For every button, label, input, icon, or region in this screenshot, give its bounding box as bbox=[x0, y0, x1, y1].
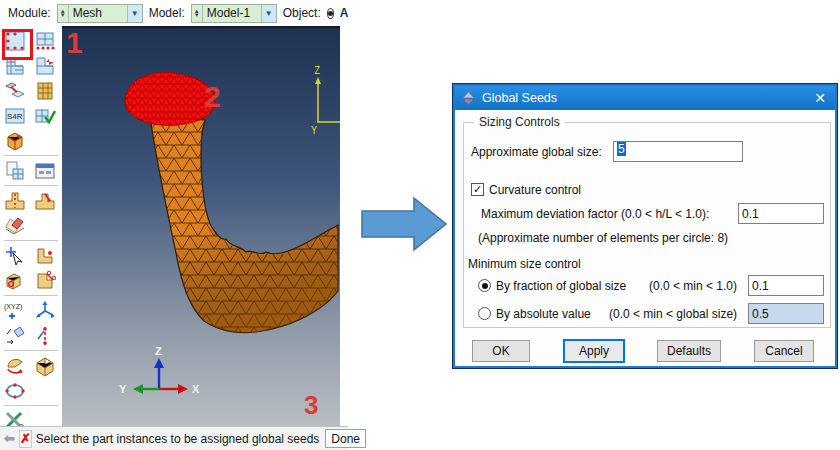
curvature-label: Curvature control bbox=[489, 183, 581, 197]
origin-z-label: Z bbox=[155, 345, 162, 357]
partition-face-icon[interactable] bbox=[2, 354, 28, 378]
approx-size-label: Approximate global size: bbox=[471, 145, 602, 159]
done-button[interactable]: Done bbox=[325, 429, 366, 448]
datum-axis-icon[interactable] bbox=[32, 324, 58, 348]
spinner-icon[interactable]: ▲▼ bbox=[192, 5, 203, 22]
approx-size-input[interactable]: 5 bbox=[613, 141, 743, 162]
module-bar: Module: ▲▼ Mesh ▼ Model: ▲▼ Model-1 ▼ Ob… bbox=[0, 0, 348, 26]
close-icon[interactable]: ✕ bbox=[811, 90, 829, 106]
deviation-label: Maximum deviation factor (0.0 < h/L < 1.… bbox=[481, 207, 709, 221]
mesh-toolbar: S4R (XYZ) bbox=[0, 26, 62, 426]
object-assembly-radio[interactable] bbox=[327, 8, 334, 19]
object-value: As bbox=[340, 6, 348, 20]
model-select-value: Model-1 bbox=[203, 6, 261, 20]
absolute-input bbox=[748, 303, 824, 324]
mesh-part-icon[interactable] bbox=[2, 79, 28, 103]
triad-y-label: Y bbox=[311, 125, 317, 136]
approx-size-value: 5 bbox=[617, 142, 626, 156]
verify-mesh-icon[interactable] bbox=[32, 104, 58, 128]
prompt-cancel-icon[interactable]: ✗ bbox=[19, 430, 32, 448]
curvature-checkbox[interactable]: ✓ bbox=[471, 183, 484, 196]
delete-region-mesh-icon[interactable] bbox=[32, 54, 58, 78]
associate-mesh-icon[interactable] bbox=[32, 189, 58, 213]
mesh-cube-icon[interactable] bbox=[2, 129, 28, 153]
select-tool-icon[interactable] bbox=[2, 244, 28, 268]
fraction-range: (0.0 < min < 1.0) bbox=[649, 279, 737, 293]
annotation-step-3: 3 bbox=[304, 390, 318, 421]
xyz-glyph: (XYZ) bbox=[4, 303, 22, 311]
fraction-radio[interactable] bbox=[478, 279, 491, 292]
prompt-bar: ⬅ ✗ Select the part instances to be assi… bbox=[0, 426, 348, 450]
trim-scissors-icon[interactable] bbox=[32, 269, 58, 293]
group-title: Sizing Controls bbox=[474, 115, 565, 129]
origin-x-label: X bbox=[192, 383, 200, 395]
chevron-down-icon[interactable]: ▼ bbox=[261, 5, 276, 22]
prompt-message: Select the part instances to be assigned… bbox=[36, 432, 320, 446]
datum-csys-icon[interactable] bbox=[32, 299, 58, 323]
origin-y-label: Y bbox=[119, 383, 127, 395]
spinner-icon[interactable]: ▲▼ bbox=[58, 5, 69, 22]
mesh-region-icon[interactable] bbox=[2, 54, 28, 78]
dialog-titlebar[interactable]: Global Seeds ✕ bbox=[455, 86, 835, 110]
partition-circle-icon[interactable] bbox=[2, 379, 28, 403]
ok-button[interactable]: OK bbox=[472, 340, 530, 362]
model-select[interactable]: ▲▼ Model-1 ▼ bbox=[191, 4, 277, 23]
mesh-edit-window-icon[interactable] bbox=[32, 159, 58, 183]
module-select-value: Mesh bbox=[69, 6, 127, 20]
elements-per-circle-note: (Approximate number of elements per circ… bbox=[478, 231, 728, 245]
viewport-canvas[interactable]: Z Y Z X Y bbox=[62, 26, 340, 426]
object-label: Object: bbox=[283, 6, 321, 20]
cancel-button[interactable]: Cancel bbox=[754, 340, 814, 362]
datum-point-xyz-icon[interactable]: (XYZ) bbox=[2, 299, 28, 323]
apply-button[interactable]: Apply bbox=[564, 340, 624, 362]
defaults-button[interactable]: Defaults bbox=[657, 340, 721, 362]
fraction-input[interactable] bbox=[748, 275, 824, 296]
mandible-mesh-render: Z Y Z X Y bbox=[62, 28, 340, 426]
copy-mesh-pattern-icon[interactable] bbox=[2, 159, 28, 183]
module-label: Module: bbox=[8, 6, 51, 20]
partition-cell-icon[interactable] bbox=[32, 354, 58, 378]
chevron-down-icon[interactable]: ▼ bbox=[127, 5, 142, 22]
flow-arrow-icon bbox=[358, 193, 450, 257]
seed-part-icon[interactable] bbox=[2, 29, 28, 53]
datum-plane-icon[interactable] bbox=[2, 324, 28, 348]
min-size-label: Minimum size control bbox=[468, 257, 581, 271]
triad-z-label: Z bbox=[314, 65, 320, 76]
assign-mesh-controls-icon[interactable] bbox=[32, 79, 58, 103]
deviation-input[interactable] bbox=[738, 203, 824, 224]
annotation-step-1: 1 bbox=[66, 26, 83, 60]
fraction-label: By fraction of global size bbox=[496, 279, 626, 293]
edit-mesh-icon[interactable] bbox=[2, 214, 28, 238]
prompt-back-icon[interactable]: ⬅ bbox=[4, 430, 15, 448]
assign-element-type-icon[interactable]: S4R bbox=[2, 104, 28, 128]
seed-edges-icon[interactable] bbox=[32, 29, 58, 53]
svg-text:S4R: S4R bbox=[7, 112, 23, 121]
dialog-title: Global Seeds bbox=[482, 91, 811, 105]
sizing-controls-group: Sizing Controls Approximate global size:… bbox=[463, 122, 831, 328]
bottom-up-mesh-icon[interactable] bbox=[2, 189, 28, 213]
absolute-range: (0.0 < min < global size) bbox=[609, 307, 737, 321]
seeds-dialog-icon bbox=[461, 91, 476, 106]
module-select[interactable]: ▲▼ Mesh ▼ bbox=[57, 4, 143, 23]
global-seeds-dialog: Global Seeds ✕ Sizing Controls Approxima… bbox=[453, 84, 837, 368]
model-label: Model: bbox=[149, 6, 185, 20]
corner-block-icon[interactable] bbox=[32, 244, 58, 268]
annotation-step-2: 2 bbox=[204, 80, 221, 114]
absolute-label: By absolute value bbox=[496, 307, 591, 321]
absolute-radio[interactable] bbox=[478, 307, 491, 320]
partition-book-icon[interactable] bbox=[2, 269, 28, 293]
